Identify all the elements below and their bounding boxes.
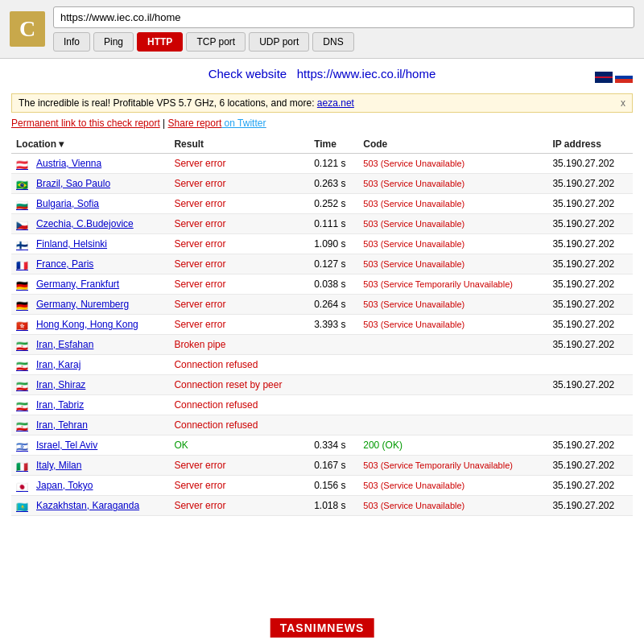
nav-tab-tcp-port[interactable]: TCP port (186, 32, 246, 52)
ad-banner: The incredible is real! Profitable VPS 5… (11, 93, 633, 113)
result-cell: Server error (169, 234, 309, 254)
time-cell: 3.393 s (309, 315, 358, 335)
result-cell: Server error (169, 154, 309, 174)
code-cell: 503 (Service Temporarily Unavailable) (358, 275, 547, 295)
location-link[interactable]: 🇮🇷Iran, Esfahan (16, 339, 164, 350)
nav-tab-info[interactable]: Info (53, 32, 90, 52)
flag-icon: 🇮🇹 (16, 461, 31, 471)
ip-cell: 35.190.27.202 (547, 315, 633, 335)
location-link[interactable]: 🇮🇱Israel, Tel Aviv (16, 440, 164, 451)
location-link[interactable]: 🇮🇹Italy, Milan (16, 460, 164, 471)
location-cell: 🇮🇹Italy, Milan (11, 456, 169, 476)
flag-icon: 🇭🇰 (16, 320, 31, 330)
ip-cell: 35.190.27.202 (547, 335, 633, 355)
col-result: Result (169, 135, 309, 154)
time-cell: 1.018 s (309, 496, 358, 516)
nav-tab-http[interactable]: HTTP (137, 32, 183, 52)
location-link[interactable]: 🇭🇰Hong Kong, Hong Kong (16, 319, 164, 330)
location-link[interactable]: 🇮🇷Iran, Karaj (16, 359, 164, 370)
flag-icon: 🇮🇷 (16, 341, 31, 350)
location-cell: 🇮🇷Iran, Tabriz (11, 395, 169, 415)
location-link[interactable]: 🇩🇪Germany, Frankfurt (16, 279, 164, 290)
time-cell: 0.334 s (309, 436, 358, 456)
location-link[interactable]: 🇰🇿Kazakhstan, Karaganda (16, 500, 164, 511)
ip-cell (547, 415, 633, 436)
location-cell: 🇧🇷Brazil, Sao Paulo (11, 174, 169, 194)
ad-link[interactable]: aeza.net (317, 97, 354, 109)
time-cell (309, 355, 358, 375)
code-cell: 503 (Service Unavailable) (358, 194, 547, 214)
ip-cell: 35.190.27.202 (547, 456, 633, 476)
nav-tab-udp-port[interactable]: UDP port (249, 32, 309, 52)
time-cell: 0.264 s (309, 295, 358, 315)
share-link[interactable]: Share report on Twitter (168, 118, 266, 129)
url-bar: InfoPingHTTPTCP portUDP portDNS (53, 6, 634, 52)
result-cell: Server error (169, 214, 309, 234)
location-cell: 🇮🇷Iran, Esfahan (11, 335, 169, 355)
location-link[interactable]: 🇩🇪Germany, Nuremberg (16, 299, 164, 310)
time-cell: 0.111 s (309, 214, 358, 234)
location-link[interactable]: 🇨🇿Czechia, C.Budejovice (16, 218, 164, 229)
table-row: 🇫🇮Finland, HelsinkiServer error1.090 s50… (11, 234, 633, 254)
flag-ru-icon (615, 72, 633, 83)
perm-link[interactable]: Permanent link to this check report (11, 118, 160, 129)
table-row: 🇩🇪Germany, NurembergServer error0.264 s5… (11, 295, 633, 315)
location-link[interactable]: 🇮🇷Iran, Shiraz (16, 379, 164, 390)
result-cell: Server error (169, 295, 309, 315)
result-cell: Server error (169, 476, 309, 496)
nav-tab-dns[interactable]: DNS (312, 32, 353, 52)
time-cell (309, 335, 358, 355)
time-cell: 0.263 s (309, 174, 358, 194)
ip-cell: 35.190.27.202 (547, 174, 633, 194)
location-cell: 🇩🇪Germany, Nuremberg (11, 295, 169, 315)
ip-cell: 35.190.27.202 (547, 436, 633, 456)
time-cell: 0.121 s (309, 154, 358, 174)
ip-cell: 35.190.27.202 (547, 496, 633, 516)
col-code: Code (358, 135, 547, 154)
location-link[interactable]: 🇫🇮Finland, Helsinki (16, 238, 164, 250)
result-cell: Connection refused (169, 395, 309, 415)
ip-cell: 35.190.27.202 (547, 234, 633, 254)
table-row: 🇮🇹Italy, MilanServer error0.167 s503 (Se… (11, 456, 633, 476)
location-cell: 🇫🇷France, Paris (11, 254, 169, 275)
flag-icon: 🇫🇮 (16, 240, 31, 250)
flag-icon: 🇦🇹 (16, 159, 31, 169)
result-cell: Server error (169, 174, 309, 194)
table-row: 🇮🇷Iran, EsfahanBroken pipe35.190.27.202 (11, 335, 633, 355)
location-cell: 🇮🇱Israel, Tel Aviv (11, 436, 169, 456)
code-cell: 503 (Service Unavailable) (358, 295, 547, 315)
flag-icon: 🇯🇵 (16, 481, 31, 491)
flag-icon: 🇮🇷 (16, 401, 31, 411)
result-cell: Server error (169, 456, 309, 476)
location-link[interactable]: 🇮🇷Iran, Tabriz (16, 399, 164, 411)
flag-icon: 🇮🇷 (16, 421, 31, 431)
location-link[interactable]: 🇧🇷Brazil, Sao Paulo (16, 178, 164, 189)
table-row: 🇧🇷Brazil, Sao PauloServer error0.263 s50… (11, 174, 633, 194)
result-cell: Connection refused (169, 355, 309, 375)
location-link[interactable]: 🇯🇵Japan, Tokyo (16, 480, 164, 491)
ip-cell (547, 355, 633, 375)
location-cell: 🇰🇿Kazakhstan, Karaganda (11, 496, 169, 516)
flag-icon: 🇮🇷 (16, 381, 31, 390)
location-link[interactable]: 🇦🇹Austria, Vienna (16, 158, 164, 169)
nav-tab-ping[interactable]: Ping (93, 32, 134, 52)
location-link[interactable]: 🇫🇷France, Paris (16, 258, 164, 270)
results-table: Location ▾ Result Time Code IP address 🇦… (11, 135, 633, 516)
title-row: Check website https://www.iec.co.il/home (11, 67, 633, 87)
location-link[interactable]: 🇧🇬Bulgaria, Sofia (16, 198, 164, 209)
title-flags (595, 72, 633, 83)
url-input[interactable] (53, 6, 634, 28)
ad-close-button[interactable]: x (621, 97, 625, 109)
location-link[interactable]: 🇮🇷Iran, Tehran (16, 419, 164, 431)
result-cell: Server error (169, 275, 309, 295)
location-cell: 🇦🇹Austria, Vienna (11, 154, 169, 174)
ip-cell: 35.190.27.202 (547, 295, 633, 315)
flag-icon: 🇩🇪 (16, 300, 31, 310)
code-cell: 503 (Service Temporarily Unavailable) (358, 456, 547, 476)
perm-link-row: Permanent link to this check report | Sh… (11, 118, 633, 129)
title-prefix: Check website (208, 67, 287, 80)
code-cell (358, 415, 547, 436)
time-cell (309, 395, 358, 415)
code-cell: 503 (Service Unavailable) (358, 476, 547, 496)
flag-icon: 🇮🇱 (16, 441, 31, 451)
